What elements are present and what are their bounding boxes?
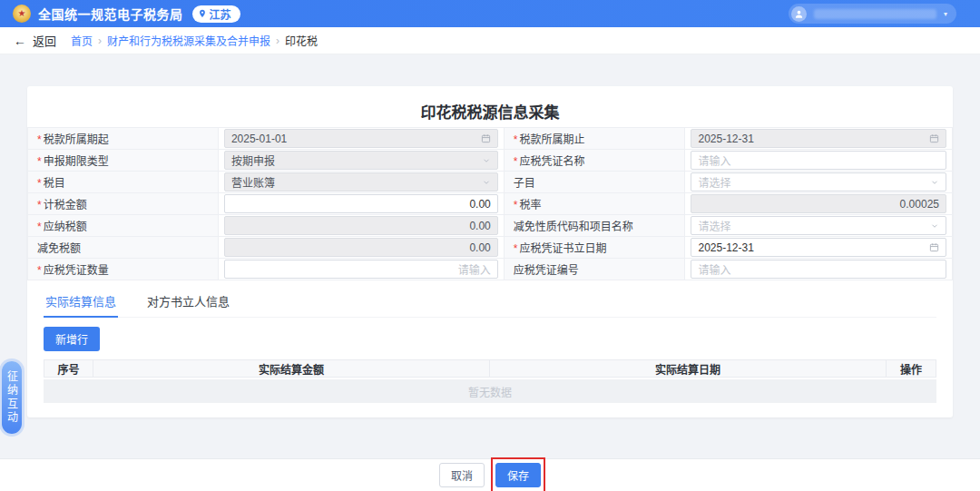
field-cell-sub-item: 请选择 bbox=[685, 172, 953, 193]
field-cell-reduced-tax-amount: 0.00 bbox=[218, 237, 504, 259]
chevron-down-icon bbox=[930, 178, 939, 187]
field-label-voucher-quantity: *应税凭证数量 bbox=[28, 259, 219, 280]
field-tax-basis-amount[interactable]: 0.00 bbox=[224, 194, 498, 213]
add-row-button[interactable]: 新增行 bbox=[44, 327, 100, 351]
breadcrumb-item: 印花税 bbox=[285, 33, 318, 48]
tab-actual-settlement-info[interactable]: 实际结算信息 bbox=[44, 289, 118, 318]
save-button[interactable]: 保存 bbox=[495, 463, 541, 487]
calendar-icon bbox=[929, 242, 939, 252]
breadcrumb-item[interactable]: 首页 bbox=[71, 33, 93, 48]
form-row: *应税凭证数量请输入应税凭证编号请输入 bbox=[28, 259, 953, 280]
field-value: 0.00025 bbox=[698, 198, 939, 211]
field-tax-item: 营业账簿 bbox=[224, 172, 498, 191]
field-label-filing-period-type: *申报期限类型 bbox=[28, 150, 219, 172]
region-label: 江苏 bbox=[210, 6, 231, 22]
form-row: *税款所属期起2025-01-01*税款所属期止2025-12-31 bbox=[28, 128, 953, 150]
field-cell-tax-period-end: 2025-12-31 bbox=[685, 128, 953, 150]
app-title: 全国统一规范电子税务局 bbox=[38, 5, 183, 23]
user-avatar-icon bbox=[791, 6, 807, 22]
field-label-tax-period-start: *税款所属期起 bbox=[28, 128, 219, 150]
field-reduction-code-and-name[interactable]: 请选择 bbox=[691, 216, 946, 235]
field-cell-tax-basis-amount: 0.00 bbox=[218, 193, 504, 215]
form-row: *计税金额0.00*税率0.00025 bbox=[28, 193, 953, 215]
field-label-reduction-code-and-name: 减免性质代码和项目名称 bbox=[504, 215, 685, 237]
back-label: 返回 bbox=[33, 32, 56, 49]
field-cell-tax-payable: 0.00 bbox=[218, 215, 504, 237]
tax-bureau-emblem-icon: ★ bbox=[13, 5, 31, 23]
breadcrumb-items: 首页›财产和行为税税源采集及合并申报›印花税 bbox=[71, 33, 318, 48]
required-asterisk: * bbox=[37, 199, 42, 211]
form-row: *应纳税额0.00减免性质代码和项目名称请选择 bbox=[28, 215, 953, 237]
location-pin-icon bbox=[198, 9, 207, 18]
field-tax-payable: 0.00 bbox=[224, 216, 498, 235]
field-label-tax-item: *税目 bbox=[28, 172, 219, 193]
field-value: 营业账簿 bbox=[231, 174, 478, 190]
page-footer: 取消 保存 bbox=[0, 458, 980, 491]
required-asterisk: * bbox=[514, 155, 518, 168]
field-label-voucher-number: 应税凭证编号 bbox=[504, 259, 685, 280]
chevron-down-icon bbox=[482, 156, 491, 165]
field-cell-voucher-quantity: 请输入 bbox=[218, 259, 504, 280]
required-asterisk: * bbox=[514, 133, 518, 146]
field-label-tax-rate: *税率 bbox=[504, 193, 685, 215]
field-placeholder: 请输入 bbox=[698, 261, 939, 277]
user-menu[interactable]: ▾ bbox=[789, 4, 956, 24]
tab-counterparty-signer-info[interactable]: 对方书立人信息 bbox=[145, 289, 231, 317]
field-cell-tax-period-start: 2025-01-01 bbox=[218, 128, 504, 150]
field-cell-voucher-number: 请输入 bbox=[685, 259, 953, 280]
field-placeholder: 请选择 bbox=[698, 218, 926, 233]
table-header-col-actions: 操作 bbox=[887, 360, 936, 377]
form-row: *税目营业账簿子目请选择 bbox=[28, 172, 953, 193]
required-asterisk: * bbox=[514, 242, 518, 255]
field-label-sub-item: 子目 bbox=[504, 172, 685, 193]
required-asterisk: * bbox=[37, 221, 42, 233]
field-label-voucher-signing-date: *应税凭证书立日期 bbox=[504, 237, 685, 259]
breadcrumb-item[interactable]: 财产和行为税税源采集及合并申报 bbox=[107, 33, 270, 48]
field-value: 按期申报 bbox=[231, 152, 478, 168]
field-label-tax-basis-amount: *计税金额 bbox=[28, 193, 219, 215]
field-cell-taxable-voucher-name: 请输入 bbox=[685, 150, 953, 172]
field-value: 2025-01-01 bbox=[231, 133, 477, 145]
required-asterisk: * bbox=[37, 155, 42, 168]
field-cell-filing-period-type: 按期申报 bbox=[218, 150, 504, 172]
field-voucher-number[interactable]: 请输入 bbox=[691, 260, 946, 279]
field-label-taxable-voucher-name: *应税凭证名称 bbox=[504, 150, 685, 172]
table-header-col-settlement-date: 实际结算日期 bbox=[490, 360, 887, 377]
calendar-icon bbox=[929, 133, 939, 143]
tabs: 实际结算信息对方书立人信息 bbox=[44, 289, 936, 318]
interaction-side-tab[interactable]: 征纳互动 bbox=[2, 361, 22, 434]
stamp-tax-form: *税款所属期起2025-01-01*税款所属期止2025-12-31*申报期限类… bbox=[27, 127, 953, 280]
field-voucher-signing-date[interactable]: 2025-12-31 bbox=[691, 238, 946, 257]
field-cell-reduction-code-and-name: 请选择 bbox=[685, 215, 953, 237]
field-taxable-voucher-name[interactable]: 请输入 bbox=[691, 151, 946, 170]
form-body: *税款所属期起2025-01-01*税款所属期止2025-12-31*申报期限类… bbox=[28, 128, 953, 280]
table-header-row: 序号实际结算金额实际结算日期操作 bbox=[44, 359, 936, 378]
cancel-button[interactable]: 取消 bbox=[439, 463, 485, 487]
field-cell-tax-rate: 0.00025 bbox=[685, 193, 953, 215]
field-cell-voucher-signing-date: 2025-12-31 bbox=[685, 237, 953, 259]
field-value: 2025-12-31 bbox=[698, 133, 926, 145]
field-value: 0.00 bbox=[231, 220, 491, 232]
breadcrumb-bar: ← 返回 首页›财产和行为税税源采集及合并申报›印花税 bbox=[0, 27, 980, 54]
breadcrumb-separator: › bbox=[276, 34, 279, 47]
field-tax-rate: 0.00025 bbox=[691, 194, 946, 213]
chevron-down-icon bbox=[482, 178, 491, 187]
user-info-redacted bbox=[814, 9, 936, 19]
required-asterisk: * bbox=[514, 199, 518, 211]
required-asterisk: * bbox=[37, 133, 42, 146]
field-reduced-tax-amount: 0.00 bbox=[224, 238, 498, 257]
field-placeholder: 请输入 bbox=[231, 261, 491, 277]
table-empty-state: 暂无数据 bbox=[44, 379, 936, 403]
field-sub-item[interactable]: 请选择 bbox=[691, 172, 946, 191]
required-asterisk: * bbox=[37, 177, 42, 190]
region-badge[interactable]: 江苏 bbox=[192, 5, 240, 23]
field-label-tax-period-end: *税款所属期止 bbox=[504, 128, 685, 150]
field-placeholder: 请输入 bbox=[698, 152, 939, 168]
field-voucher-quantity[interactable]: 请输入 bbox=[224, 260, 498, 279]
required-asterisk: * bbox=[37, 264, 42, 277]
breadcrumb-separator: › bbox=[98, 34, 102, 47]
field-placeholder: 请选择 bbox=[698, 174, 926, 190]
back-button[interactable]: ← 返回 bbox=[14, 32, 56, 49]
field-label-tax-payable: *应纳税额 bbox=[28, 215, 219, 237]
settlement-table: 序号实际结算金额实际结算日期操作 暂无数据 bbox=[44, 359, 936, 403]
